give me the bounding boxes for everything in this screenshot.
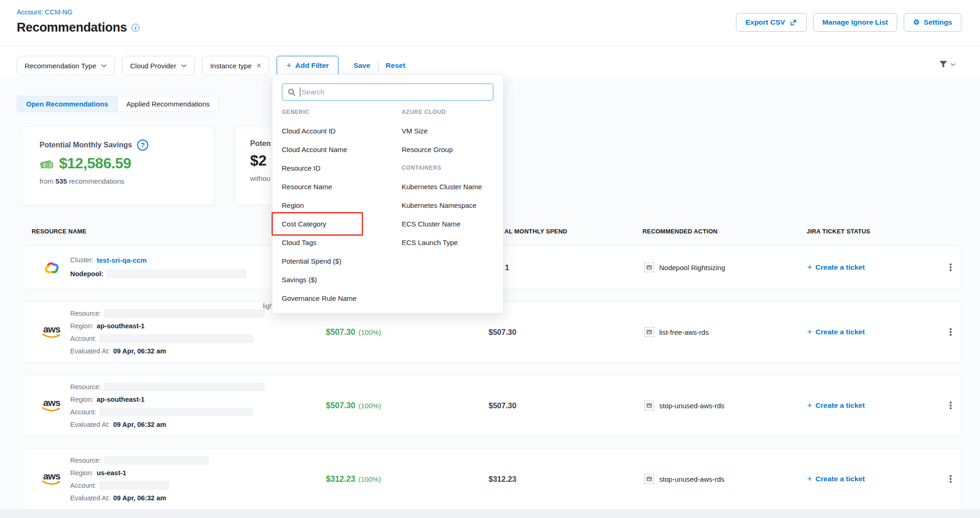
- savings-card-label: Potential Monthly Savings: [40, 141, 132, 149]
- table-row[interactable]: aws Resource: Region:us-east-1 Account: …: [22, 448, 961, 510]
- gcp-icon: [37, 246, 66, 289]
- kebab-menu-icon[interactable]: ⋮: [942, 325, 959, 339]
- filter-option-vm-size[interactable]: VM Size: [402, 121, 494, 140]
- chip-label: Instance type: [210, 62, 252, 70]
- savings-percent: (100%): [358, 328, 381, 336]
- filter-option-potential-spend[interactable]: Potential Spend ($): [282, 252, 402, 270]
- filter-option-savings[interactable]: Savings ($): [282, 270, 402, 289]
- manage-ignore-list-label: Manage Ignore List: [822, 18, 888, 27]
- create-ticket-button[interactable]: + Create a ticket: [807, 262, 865, 272]
- create-ticket-button[interactable]: + Create a ticket: [807, 400, 865, 411]
- monthly-savings: $312.23 (100%): [326, 474, 381, 484]
- image-placeholder-icon: [644, 474, 654, 484]
- recommended-action-label: stop-unused-aws-rds: [659, 402, 724, 410]
- filter-funnel-icon: [938, 60, 948, 70]
- header-divider: [0, 46, 980, 46]
- filter-option-kubernetes-namespace[interactable]: Kubernetes Namespace: [402, 196, 494, 214]
- filter-option-resource-name[interactable]: Resource Name: [282, 177, 402, 196]
- search-input[interactable]: [302, 88, 488, 96]
- money-icon: [40, 158, 54, 170]
- settings-label: Settings: [924, 18, 952, 27]
- plus-icon: +: [807, 262, 812, 272]
- header-actions: Export CSV Manage Ignore List ⚙ Settings: [736, 13, 961, 32]
- section-header-containers: CONTAINERS: [402, 159, 494, 177]
- chevron-down-icon: [101, 64, 107, 68]
- tab-open-recommendations[interactable]: Open Recommendations: [17, 96, 117, 112]
- filter-option-region[interactable]: Region: [282, 196, 402, 214]
- page-bottom-edge: [0, 510, 980, 518]
- save-button[interactable]: Save: [353, 61, 370, 70]
- total-monthly-spend: $507.30: [489, 328, 516, 337]
- create-ticket-label: Create a ticket: [815, 263, 865, 272]
- evaluated-at-label: Evaluated At:: [70, 421, 110, 428]
- filter-option-kubernetes-cluster-name[interactable]: Kubernetes Cluster Name: [402, 177, 494, 196]
- redacted-value: [99, 408, 253, 416]
- evaluated-at-value: 09 Apr, 06:32 am: [113, 421, 166, 428]
- total-monthly-spend-fragment: 1: [505, 263, 509, 272]
- create-ticket-button[interactable]: + Create a ticket: [807, 327, 865, 337]
- redacted-value: [104, 456, 209, 465]
- add-filter-dropdown: GENERIC Cloud Account ID Cloud Account N…: [272, 74, 503, 313]
- aws-icon: aws: [37, 302, 66, 362]
- sub-suffix: recommendations: [69, 177, 124, 185]
- filter-option-resource-group[interactable]: Resource Group: [402, 140, 494, 159]
- region-value: ap-southeast-1: [97, 322, 145, 330]
- recommended-action: stop-unused-aws-rds: [644, 401, 724, 411]
- kebab-menu-icon[interactable]: ⋮: [942, 398, 959, 413]
- settings-button[interactable]: ⚙ Settings: [904, 13, 961, 32]
- recommendations-page: Account: CCM-NG Recommendations i Export…: [0, 0, 980, 518]
- filter-funnel-control[interactable]: [938, 60, 956, 70]
- filter-option-cloud-account-id[interactable]: Cloud Account ID: [282, 121, 402, 140]
- redacted-value: [107, 270, 246, 278]
- section-header-generic: GENERIC: [282, 103, 402, 121]
- region-value: ap-southeast-1: [97, 396, 145, 403]
- close-icon[interactable]: ×: [256, 61, 261, 70]
- cluster-label: Cluster:: [70, 256, 93, 264]
- filter-option-cloud-tags[interactable]: Cloud Tags: [282, 233, 402, 252]
- chip-label: Recommendation Type: [25, 62, 96, 70]
- recommended-action: stop-unused-aws-rds: [644, 474, 724, 484]
- filter-chip-instance-type[interactable]: Instance type ×: [202, 56, 269, 75]
- export-csv-button[interactable]: Export CSV: [736, 13, 806, 32]
- region-label: Region:: [70, 469, 93, 477]
- add-filter-button[interactable]: + Add Filter: [277, 56, 338, 75]
- filter-option-governance-rule-name[interactable]: Governance Rule Name: [282, 289, 402, 307]
- filter-option-ecs-launch-type[interactable]: ECS Launch Type: [402, 233, 494, 252]
- dropdown-column-generic: GENERIC Cloud Account ID Cloud Account N…: [282, 103, 402, 307]
- kebab-menu-icon[interactable]: ⋮: [942, 260, 959, 275]
- plus-icon: +: [807, 400, 812, 411]
- create-ticket-label: Create a ticket: [815, 401, 865, 410]
- plus-icon: +: [807, 474, 812, 484]
- table-row[interactable]: aws Resource: Region:ap-southeast-1 Acco…: [22, 375, 961, 436]
- filter-chip-cloud-provider[interactable]: Cloud Provider: [122, 56, 195, 75]
- cluster-link[interactable]: test-sri-qa-ccm: [97, 256, 147, 264]
- redacted-value: [104, 309, 265, 318]
- column-header-recommended-action: RECOMMENDED ACTION: [642, 228, 717, 235]
- filter-option-ecs-cluster-name[interactable]: ECS Cluster Name: [402, 214, 494, 233]
- filter-option-cloud-account-name[interactable]: Cloud Account Name: [282, 140, 402, 159]
- info-icon[interactable]: i: [132, 24, 139, 32]
- savings-percent: (100%): [358, 402, 381, 410]
- savings-value: $507.30: [326, 327, 355, 337]
- filter-chip-recommendation-type[interactable]: Recommendation Type: [17, 56, 115, 75]
- filter-option-cost-category[interactable]: Cost Category: [282, 214, 402, 233]
- dropdown-search[interactable]: [282, 83, 494, 101]
- tab-applied-recommendations[interactable]: Applied Recommendations: [117, 96, 219, 112]
- external-link-icon: [789, 19, 797, 27]
- reset-button[interactable]: Reset: [386, 61, 405, 70]
- chevron-down-icon: [950, 63, 956, 66]
- recommended-action-label: Nodepool Rightsizing: [659, 264, 725, 272]
- recommended-action: Nodepool Rightsizing: [644, 263, 725, 272]
- manage-ignore-list-button[interactable]: Manage Ignore List: [813, 13, 897, 32]
- help-icon[interactable]: ?: [137, 139, 148, 151]
- recommended-action-label: stop-unused-aws-rds: [659, 475, 724, 483]
- potential-monthly-savings-card: Potential Monthly Savings ? $12,586.59 f…: [22, 126, 215, 205]
- image-placeholder-icon: [644, 263, 654, 272]
- sub-prefix: from: [40, 177, 53, 185]
- filter-option-resource-id[interactable]: Resource ID: [282, 159, 402, 177]
- savings-card-value: $12,586.59: [59, 155, 131, 172]
- breadcrumb[interactable]: Account: CCM-NG: [17, 8, 73, 16]
- kebab-menu-icon[interactable]: ⋮: [942, 472, 959, 486]
- account-label: Account:: [70, 482, 96, 489]
- create-ticket-button[interactable]: + Create a ticket: [807, 474, 865, 484]
